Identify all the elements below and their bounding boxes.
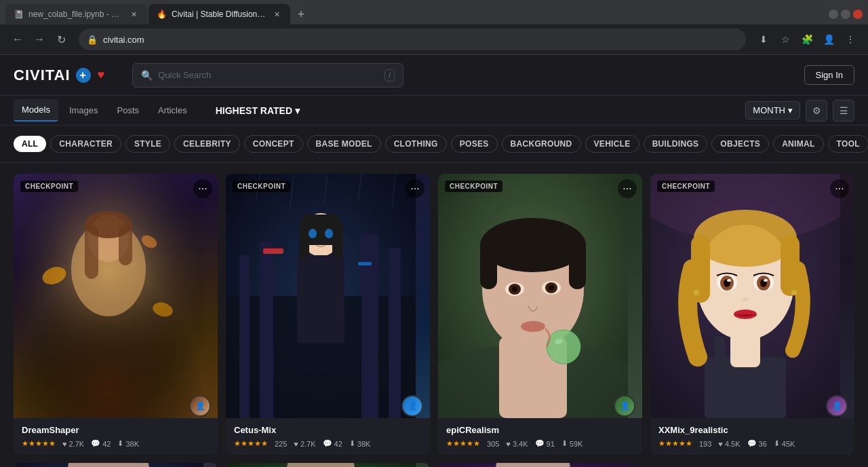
download-icon: ⬇ (117, 439, 123, 448)
model-card-xxmix[interactable]: CHECKPOINT ··· 👤 XXMix_9realistic ★★★★★ … (650, 174, 854, 455)
window-maximize[interactable] (841, 10, 850, 19)
tab-models[interactable]: Models (14, 99, 58, 122)
category-clothing[interactable]: CLOTHING (385, 135, 447, 153)
category-background[interactable]: BACKGROUND (502, 135, 581, 153)
card-image-cetus-mix (226, 174, 430, 418)
category-objects[interactable]: OBJECTS (711, 135, 769, 153)
category-celebrity[interactable]: CELEBRITY (174, 135, 240, 153)
category-animal[interactable]: ANIMAL (773, 135, 823, 153)
model-card-epicrealism[interactable]: CHECKPOINT ··· 👤 epiCRealism ★★★★★ 305 ♥… (438, 174, 642, 455)
card-stars-xxmix: ★★★★★ (658, 439, 692, 448)
downloads-button[interactable]: ⬇ (754, 30, 773, 49)
tab-articles[interactable]: Articles (150, 100, 195, 121)
filter-button[interactable]: ⚙ (806, 100, 827, 122)
svg-rect-21 (299, 221, 309, 259)
category-buildings[interactable]: BUILDINGS (644, 135, 708, 153)
svg-rect-35 (480, 242, 497, 289)
logo-heart-icon[interactable]: ♥ (98, 68, 106, 82)
address-bar[interactable]: 🔒 civitai.com (79, 29, 746, 50)
card-rating-count-xxmix: 193 (699, 440, 711, 448)
svg-rect-8 (85, 225, 98, 279)
card-avatar-cetus-mix: 👤 (401, 395, 423, 417)
category-concept[interactable]: CONCEPT (244, 135, 303, 153)
model-card-partial-2[interactable]: CHECKPOINT ··· (226, 463, 430, 467)
card-rating-count-cetus: 225 (275, 440, 287, 448)
card-menu-epicrealism[interactable]: ··· (618, 179, 637, 198)
tab-colab[interactable]: 📓 new_colab_file.ipynb - Collabora... ✕ (5, 4, 147, 24)
tab-images[interactable]: Images (61, 100, 106, 121)
card-title-xxmix: XXMix_9realistic (658, 425, 846, 435)
model-card-partial-3[interactable]: CHECKPOINT ··· (438, 463, 642, 467)
svg-point-42 (549, 285, 554, 291)
model-card-partial-1[interactable]: Updated ··· (14, 463, 218, 467)
svg-point-71 (287, 463, 355, 467)
search-bar[interactable]: 🔍 Quick Search / (132, 63, 403, 88)
tab-close-colab[interactable]: ✕ (129, 10, 139, 20)
category-tool[interactable]: TOOL (828, 135, 868, 153)
logo-plus-button[interactable]: + (76, 68, 91, 83)
window-close[interactable] (853, 10, 863, 19)
card-menu-xxmix[interactable]: ··· (830, 179, 849, 198)
card-stars-dreamshaper: ★★★★★ (22, 439, 56, 448)
svg-rect-22 (332, 221, 342, 259)
card-badge-dreamshaper: CHECKPOINT (20, 181, 78, 192)
card-menu-dreamshaper[interactable]: ··· (193, 179, 212, 198)
sign-in-button[interactable]: Sign In (804, 65, 854, 85)
logo[interactable]: CIVITAI + ♥ (14, 67, 105, 84)
model-card-cetus-mix[interactable]: CHECKPOINT ··· 👤 Cetus-Mix ★★★★★ 225 ♥ 2… (226, 174, 430, 455)
profile-button[interactable]: 👤 (819, 30, 838, 49)
download-icon: ⬇ (561, 439, 568, 448)
svg-rect-13 (260, 242, 273, 418)
category-character[interactable]: CHARACTER (50, 135, 121, 153)
tab-close-civitai[interactable]: ✕ (272, 10, 282, 20)
comment-icon: 💬 (91, 439, 100, 448)
card-title-cetus-mix: Cetus-Mix (234, 425, 422, 435)
svg-rect-19 (297, 255, 344, 343)
card-image-xxmix (650, 174, 854, 418)
card-likes-xxmix: ♥ 4.5K (718, 440, 740, 448)
filter-icon: ⚙ (812, 105, 821, 116)
category-base-model[interactable]: BASE MODEL (307, 135, 381, 153)
heart-icon: ♥ (506, 440, 511, 448)
layout-toggle-button[interactable]: ☰ (833, 100, 854, 122)
avatar-image-xxmix: 👤 (827, 396, 846, 415)
tab-civitai[interactable]: 🔥 Civitai | Stable Diffusion models... ✕ (149, 4, 290, 24)
period-label: MONTH (753, 105, 785, 115)
model-card-empty (650, 463, 854, 467)
new-tab-button[interactable]: + (292, 5, 311, 24)
back-button[interactable]: ← (8, 30, 27, 49)
svg-point-66 (694, 290, 699, 295)
svg-point-73 (496, 463, 570, 467)
card-menu-cetus-mix[interactable]: ··· (406, 179, 425, 198)
bookmark-button[interactable]: ☆ (776, 30, 795, 49)
model-card-dreamshaper[interactable]: CHECKPOINT ··· 👤 DreamShaper ★★★★★ ♥ 2.7… (14, 174, 218, 455)
heart-icon: ♥ (718, 440, 723, 448)
search-placeholder: Quick Search (158, 70, 379, 80)
category-vehicle[interactable]: VEHICLE (585, 135, 639, 153)
card-comments-xxmix: 💬 36 (747, 439, 767, 448)
card-info-cetus-mix: Cetus-Mix ★★★★★ 225 ♥ 2.7K 💬 42 ⬇ 38K (226, 418, 430, 455)
sort-chevron-icon: ▾ (295, 105, 300, 116)
sort-label: HIGHEST RATED (216, 105, 292, 116)
card-downloads-cetus-mix: ⬇ 38K (349, 439, 371, 448)
card-title-epicrealism: epiCRealism (446, 425, 634, 435)
browser-menu-button[interactable]: ⋮ (841, 30, 860, 49)
card-image-partial-2 (226, 463, 430, 467)
logo-text: CIVITAI (14, 67, 71, 84)
card-avatar-epicrealism: 👤 (614, 395, 635, 417)
window-minimize[interactable] (829, 10, 838, 19)
tab-posts[interactable]: Posts (109, 100, 148, 121)
category-all[interactable]: ALL (14, 136, 46, 152)
category-style[interactable]: STYLE (125, 135, 170, 153)
card-stats-xxmix: ★★★★★ 193 ♥ 4.5K 💬 36 ⬇ 45K (658, 439, 846, 448)
tab-bar: 📓 new_colab_file.ipynb - Collabora... ✕ … (0, 0, 868, 24)
refresh-button[interactable]: ↻ (52, 30, 71, 49)
period-dropdown[interactable]: MONTH ▾ (745, 101, 800, 119)
sort-dropdown[interactable]: HIGHEST RATED ▾ (209, 101, 307, 120)
svg-rect-36 (569, 242, 586, 289)
card-avatar-dreamshaper: 👤 (189, 395, 211, 417)
extensions-button[interactable]: 🧩 (797, 30, 816, 49)
category-poses[interactable]: POSES (451, 135, 498, 153)
forward-button[interactable]: → (30, 30, 49, 49)
card-stars-epicrealism: ★★★★★ (446, 439, 480, 448)
